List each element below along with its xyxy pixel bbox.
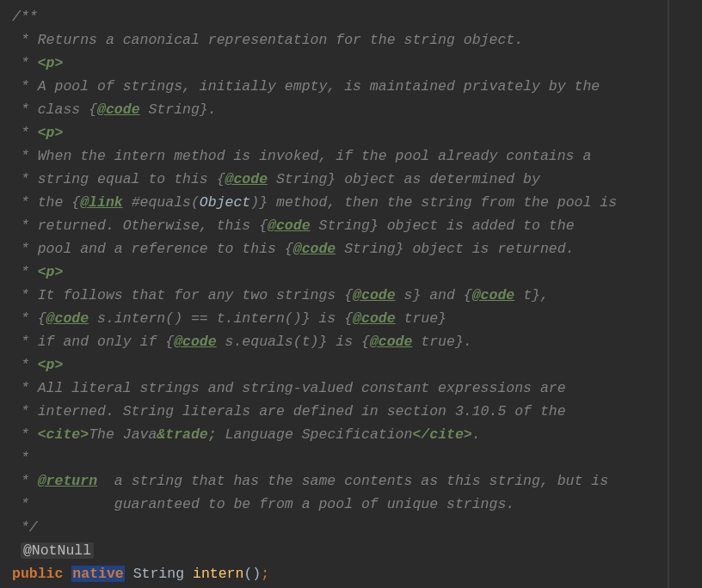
javadoc-line: * pool and a reference to this {@code St… [12, 237, 702, 260]
editor-right-margin [668, 0, 669, 588]
method-signature: public native String intern(); [12, 562, 702, 585]
code-tag: @code [225, 171, 268, 187]
javadoc-line: */ [12, 516, 702, 539]
code-tag: @code [46, 310, 89, 327]
javadoc-line: * @return a string that has the same con… [12, 469, 702, 493]
p-tag: <p> [38, 264, 64, 280]
p-tag: <p> [38, 125, 64, 141]
javadoc-line: * string equal to this {@code String} ob… [12, 168, 702, 191]
javadoc-line: * A pool of strings, initially empty, is… [12, 75, 702, 98]
javadoc-line: * <p> [12, 121, 702, 144]
javadoc-line: * [12, 446, 702, 469]
annotation-line: @NotNull [12, 539, 702, 562]
javadoc-line: * guaranteed to be from a pool of unique… [12, 493, 702, 516]
trade-entity: &trade; [157, 426, 216, 443]
p-tag: <p> [38, 55, 64, 71]
javadoc-line: * It follows that for any two strings {@… [12, 284, 702, 307]
javadoc-line: * class {@code String}. [12, 98, 702, 121]
notnull-annotation: @NotNull [21, 542, 94, 559]
code-tag: @code [268, 217, 311, 234]
code-editor[interactable]: /** * Returns a canonical representation… [0, 0, 702, 585]
javadoc-line: * {@code s.intern() == t.intern()} is {@… [12, 307, 702, 330]
code-tag: @code [370, 334, 413, 350]
semicolon: ; [261, 566, 269, 582]
code-tag: @code [97, 101, 140, 118]
javadoc-line: * Returns a canonical representation for… [12, 28, 702, 52]
cite-close-tag: </cite> [412, 426, 471, 443]
code-tag: @code [293, 241, 336, 257]
return-type: String [133, 566, 184, 582]
code-tag: @code [353, 287, 396, 303]
public-keyword: public [12, 566, 63, 582]
javadoc-line: * All literal strings and string-valued … [12, 377, 702, 400]
code-tag: @code [472, 287, 515, 303]
method-name: intern [193, 566, 243, 582]
javadoc-line: * if and only if {@code s.equals(t)} is … [12, 330, 702, 353]
javadoc-line: * returned. Otherwise, this {@code Strin… [12, 214, 702, 237]
code-tag: @code [174, 334, 217, 350]
return-tag: @return [38, 473, 97, 489]
cite-open-tag: <cite> [38, 426, 89, 443]
javadoc-line: * <p> [12, 52, 702, 75]
javadoc-line: * When the intern method is invoked, if … [12, 144, 702, 168]
javadoc-line: * <p> [12, 260, 702, 284]
type-reference: Object [200, 194, 250, 211]
p-tag: <p> [38, 357, 64, 373]
native-keyword: native [71, 566, 124, 582]
javadoc-line: * <cite>The Java&trade; Language Specifi… [12, 423, 702, 446]
javadoc-line: * interned. String literals are defined … [12, 400, 702, 423]
link-tag: @link [80, 194, 123, 211]
parens: () [243, 566, 261, 582]
javadoc-line: * the {@link #equals(Object)} method, th… [12, 191, 702, 214]
javadoc-line: * <p> [12, 353, 702, 377]
javadoc-line: /** [12, 5, 702, 28]
code-tag: @code [353, 310, 396, 327]
